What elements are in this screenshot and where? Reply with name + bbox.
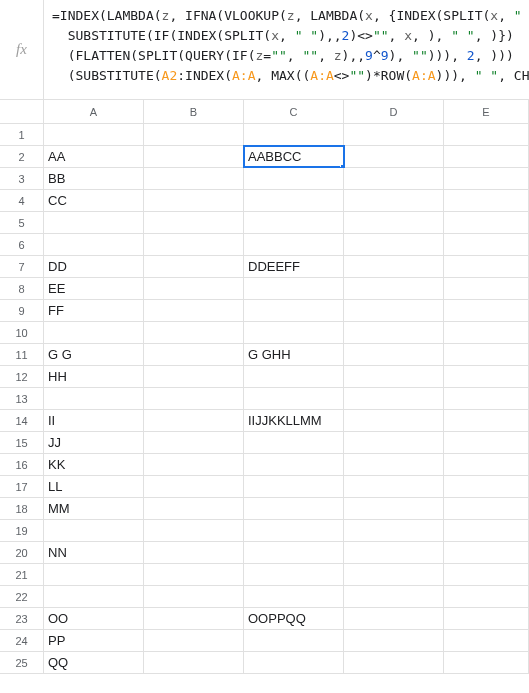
row-header[interactable]: 12	[0, 366, 44, 387]
row-header[interactable]: 6	[0, 234, 44, 255]
cell-D10[interactable]	[344, 322, 444, 343]
cell-A2[interactable]: AA	[44, 146, 144, 167]
cell-D20[interactable]	[344, 542, 444, 563]
cell-C17[interactable]	[244, 476, 344, 497]
cell-B7[interactable]	[144, 256, 244, 277]
row-header[interactable]: 10	[0, 322, 44, 343]
cell-C11[interactable]: G GHH	[244, 344, 344, 365]
cell-E7[interactable]	[444, 256, 529, 277]
cell-A9[interactable]: FF	[44, 300, 144, 321]
cell-E13[interactable]	[444, 388, 529, 409]
cell-B19[interactable]	[144, 520, 244, 541]
cell-D3[interactable]	[344, 168, 444, 189]
cell-E6[interactable]	[444, 234, 529, 255]
col-header-A[interactable]: A	[44, 100, 144, 123]
cell-D4[interactable]	[344, 190, 444, 211]
cell-E2[interactable]	[444, 146, 529, 167]
row-header[interactable]: 18	[0, 498, 44, 519]
cell-A12[interactable]: HH	[44, 366, 144, 387]
selection-handle[interactable]	[340, 164, 344, 167]
cell-E1[interactable]	[444, 124, 529, 145]
cell-E11[interactable]	[444, 344, 529, 365]
cell-D22[interactable]	[344, 586, 444, 607]
cell-E4[interactable]	[444, 190, 529, 211]
row-header[interactable]: 13	[0, 388, 44, 409]
cell-C9[interactable]	[244, 300, 344, 321]
cell-A20[interactable]: NN	[44, 542, 144, 563]
cell-C19[interactable]	[244, 520, 344, 541]
cell-A19[interactable]	[44, 520, 144, 541]
cell-A7[interactable]: DD	[44, 256, 144, 277]
cell-C8[interactable]	[244, 278, 344, 299]
cell-C18[interactable]	[244, 498, 344, 519]
cell-A23[interactable]: OO	[44, 608, 144, 629]
cell-B14[interactable]	[144, 410, 244, 431]
cell-C6[interactable]	[244, 234, 344, 255]
cell-E14[interactable]	[444, 410, 529, 431]
cell-A4[interactable]: CC	[44, 190, 144, 211]
row-header[interactable]: 9	[0, 300, 44, 321]
cell-B8[interactable]	[144, 278, 244, 299]
cell-B18[interactable]	[144, 498, 244, 519]
cell-B17[interactable]	[144, 476, 244, 497]
cell-B16[interactable]	[144, 454, 244, 475]
row-header[interactable]: 7	[0, 256, 44, 277]
formula-input[interactable]: =INDEX(LAMBDA(z, IFNA(VLOOKUP(z, LAMBDA(…	[44, 0, 529, 99]
row-header[interactable]: 2	[0, 146, 44, 167]
cell-E23[interactable]	[444, 608, 529, 629]
row-header[interactable]: 5	[0, 212, 44, 233]
col-header-D[interactable]: D	[344, 100, 444, 123]
cell-C4[interactable]	[244, 190, 344, 211]
cell-E10[interactable]	[444, 322, 529, 343]
cell-B20[interactable]	[144, 542, 244, 563]
cell-B23[interactable]	[144, 608, 244, 629]
col-header-B[interactable]: B	[144, 100, 244, 123]
cell-A18[interactable]: MM	[44, 498, 144, 519]
cell-B13[interactable]	[144, 388, 244, 409]
cell-B25[interactable]	[144, 652, 244, 673]
cell-C13[interactable]	[244, 388, 344, 409]
cell-E25[interactable]	[444, 652, 529, 673]
cell-D12[interactable]	[344, 366, 444, 387]
cell-D6[interactable]	[344, 234, 444, 255]
cell-B9[interactable]	[144, 300, 244, 321]
cell-E12[interactable]	[444, 366, 529, 387]
cell-A14[interactable]: II	[44, 410, 144, 431]
col-header-E[interactable]: E	[444, 100, 529, 123]
cell-B3[interactable]	[144, 168, 244, 189]
cell-B11[interactable]	[144, 344, 244, 365]
cell-B15[interactable]	[144, 432, 244, 453]
cell-D5[interactable]	[344, 212, 444, 233]
row-header[interactable]: 14	[0, 410, 44, 431]
cell-D8[interactable]	[344, 278, 444, 299]
cell-E9[interactable]	[444, 300, 529, 321]
cell-E19[interactable]	[444, 520, 529, 541]
cell-B4[interactable]	[144, 190, 244, 211]
cell-C16[interactable]	[244, 454, 344, 475]
cell-B24[interactable]	[144, 630, 244, 651]
col-header-C[interactable]: C	[244, 100, 344, 123]
cell-A3[interactable]: BB	[44, 168, 144, 189]
row-header[interactable]: 15	[0, 432, 44, 453]
cell-E20[interactable]	[444, 542, 529, 563]
cell-C5[interactable]	[244, 212, 344, 233]
cell-A22[interactable]	[44, 586, 144, 607]
cell-E5[interactable]	[444, 212, 529, 233]
select-all-corner[interactable]	[0, 100, 44, 123]
row-header[interactable]: 16	[0, 454, 44, 475]
cell-A8[interactable]: EE	[44, 278, 144, 299]
cell-A13[interactable]	[44, 388, 144, 409]
cell-D1[interactable]	[344, 124, 444, 145]
row-header[interactable]: 17	[0, 476, 44, 497]
row-header[interactable]: 19	[0, 520, 44, 541]
cell-E17[interactable]	[444, 476, 529, 497]
cell-C25[interactable]	[244, 652, 344, 673]
cell-E16[interactable]	[444, 454, 529, 475]
cell-A15[interactable]: JJ	[44, 432, 144, 453]
cell-E22[interactable]	[444, 586, 529, 607]
cell-C21[interactable]	[244, 564, 344, 585]
cell-D21[interactable]	[344, 564, 444, 585]
cell-A10[interactable]	[44, 322, 144, 343]
cell-E18[interactable]	[444, 498, 529, 519]
row-header[interactable]: 24	[0, 630, 44, 651]
